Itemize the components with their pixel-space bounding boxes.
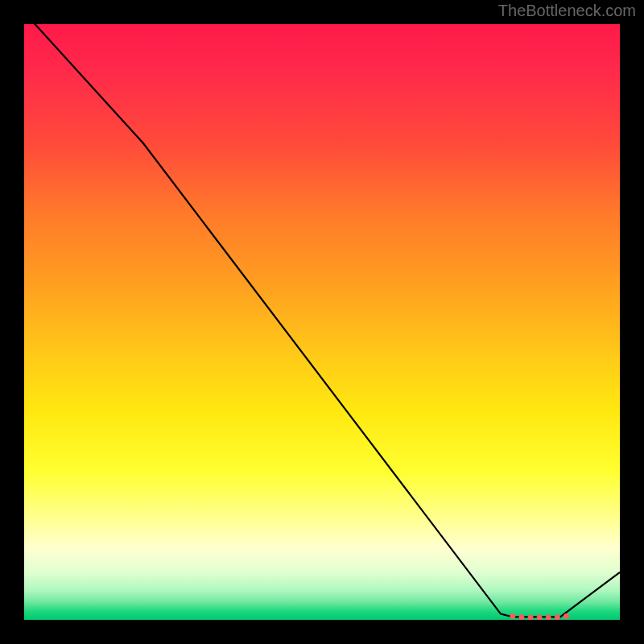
chart-svg [24, 24, 620, 620]
marker-dot [537, 615, 543, 621]
marker-dot [518, 614, 524, 620]
bottleneck-curve [24, 24, 620, 617]
marker-dot [564, 613, 569, 619]
watermark-text: TheBottleneck.com [498, 2, 636, 20]
marker-dot [510, 613, 515, 619]
marker-dot [528, 615, 534, 621]
plot-area [24, 24, 620, 620]
marker-dot [546, 615, 551, 621]
marker-dot [555, 614, 560, 620]
